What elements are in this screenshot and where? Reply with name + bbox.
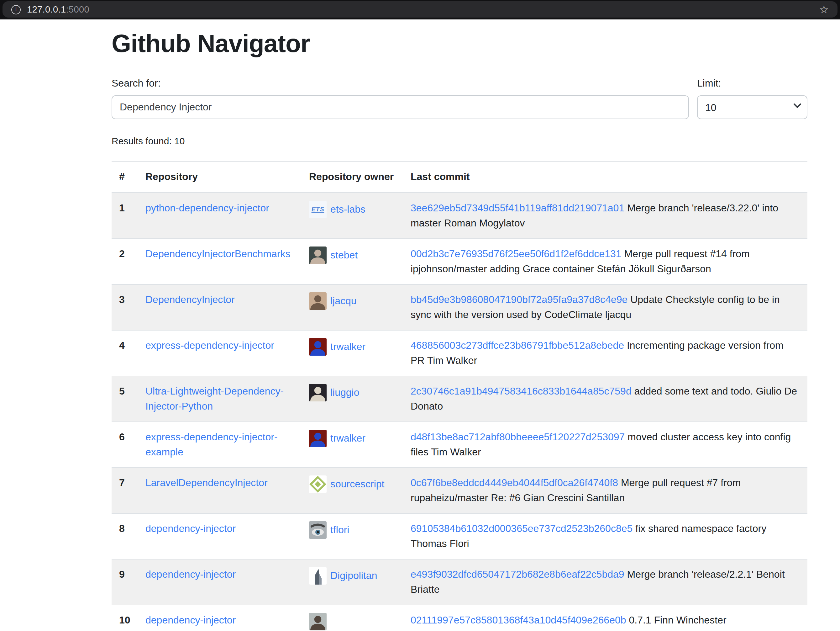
commit-hash-link[interactable]: bb45d9e3b98608047190bf72a95fa9a37d8c4e9e	[411, 294, 627, 305]
search-input[interactable]	[112, 95, 689, 119]
repo-link[interactable]: express-dependency-injector	[145, 340, 274, 350]
commit-hash-link[interactable]: 02111997e57c85801368f43a10d45f409e266e0b	[411, 614, 626, 625]
owner-avatar	[309, 338, 327, 355]
commit-hash-link[interactable]: 00d2b3c7e76935d76f25ee50f6d1f2ef6ddce131	[411, 248, 622, 259]
owner-avatar	[309, 292, 327, 310]
results-count: Results found: 10	[112, 134, 807, 148]
page-title: Github Navigator	[112, 28, 807, 59]
owner-cell: ljacqu	[309, 292, 396, 310]
row-number: 7	[112, 467, 138, 513]
owner-link[interactable]: sourcescript	[330, 476, 385, 492]
commit-cell: 02111997e57c85801368f43a10d45f409e266e0b…	[403, 605, 807, 631]
commit-hash-link[interactable]: e493f9032dfcd65047172b682e8b6eaf22c5bda9	[411, 569, 624, 579]
commit-hash-link[interactable]: 69105384b61032d000365ee737cd2523b260c8e5	[411, 523, 633, 533]
table-row: 4 express-dependency-injector trwalker 4…	[112, 330, 807, 376]
table-header-row: # Repository Repository owner Last commi…	[112, 161, 807, 192]
search-label: Search for:	[112, 76, 689, 91]
column-header-owner: Repository owner	[302, 161, 403, 192]
commit-cell: d48f13be8ac712abf80bbeeee5f120227d253097…	[403, 422, 807, 467]
owner-avatar	[309, 521, 327, 538]
commit-cell: e493f9032dfcd65047172b682e8b6eaf22c5bda9…	[403, 559, 807, 605]
table-row: 2 DependencyInjectorBenchmarks stebet 00…	[112, 238, 807, 284]
owner-cell: ETS ets-labs	[309, 201, 396, 218]
results-table: # Repository Repository owner Last commi…	[112, 161, 807, 631]
owner-cell: trwalker	[309, 429, 396, 447]
commit-hash-link[interactable]: 0c67f6be8eddcd4449eb4044f5df0ca26f4740f8	[411, 477, 618, 488]
url-port: :5000	[66, 5, 90, 14]
owner-cell: liuggio	[309, 384, 396, 401]
column-header-repository: Repository	[138, 161, 302, 192]
owner-cell: FinnWinchester	[309, 612, 396, 631]
owner-cell: Digipolitan	[309, 567, 396, 584]
owner-link[interactable]: ets-labs	[330, 202, 365, 217]
row-number: 10	[112, 605, 138, 631]
column-header-index: #	[112, 161, 138, 192]
owner-avatar	[309, 246, 327, 264]
commit-message: 0.7.1 Finn Winchester	[629, 614, 726, 625]
commit-cell: 468856003c273dffce23b86791fbbe512a8ebede…	[403, 330, 807, 376]
browser-url-bar[interactable]: i 127.0.0.1:5000 ☆	[3, 1, 837, 17]
url-section: i 127.0.0.1:5000	[11, 5, 819, 14]
row-number: 4	[112, 330, 138, 376]
page-content: Github Navigator Search for: Limit: 10 R…	[112, 28, 807, 631]
table-row: 1 python-dependency-injector ETS ets-lab…	[112, 192, 807, 238]
row-number: 3	[112, 284, 138, 330]
owner-link[interactable]: trwalker	[330, 339, 365, 354]
table-row: 5 Ultra-Lightweight-Dependency-Injector-…	[112, 376, 807, 422]
commit-cell: 00d2b3c7e76935d76f25ee50f6d1f2ef6ddce131…	[403, 238, 807, 284]
row-number: 8	[112, 513, 138, 559]
commit-hash-link[interactable]: 3ee629eb5d7349d55f41b119aff81dd219071a01	[411, 202, 624, 213]
owner-link[interactable]: Digipolitan	[330, 568, 377, 583]
url-text: 127.0.0.1:5000	[27, 5, 89, 14]
row-number: 6	[112, 422, 138, 467]
search-controls: Search for: Limit: 10	[112, 76, 807, 119]
repo-link[interactable]: DependencyInjectorBenchmarks	[145, 248, 290, 259]
table-row: 9 dependency-injector Digipolitan e493f9…	[112, 559, 807, 605]
app: i 127.0.0.1:5000 ☆ Github Navigator Sear…	[0, 0, 840, 631]
owner-cell: tflori	[309, 521, 396, 538]
row-number: 2	[112, 238, 138, 284]
browser-chrome: i 127.0.0.1:5000 ☆	[0, 0, 840, 19]
repo-link[interactable]: Ultra-Lightweight-Dependency-Injector-Py…	[145, 386, 284, 411]
commit-hash-link[interactable]: 468856003c273dffce23b86791fbbe512a8ebede	[411, 340, 624, 350]
owner-link[interactable]: liuggio	[330, 385, 360, 400]
table-row: 10 dependency-injector FinnWinchester 02…	[112, 605, 807, 631]
commit-cell: 69105384b61032d000365ee737cd2523b260c8e5…	[403, 513, 807, 559]
commit-hash-link[interactable]: 2c30746c1a91b4947583416c833b1644a85c759d	[411, 386, 632, 396]
row-number: 1	[112, 192, 138, 238]
owner-avatar	[309, 612, 327, 630]
owner-avatar	[309, 567, 327, 584]
owner-cell: trwalker	[309, 338, 396, 355]
table-row: 8 dependency-injector tflori 69105384b61…	[112, 513, 807, 559]
owner-cell: stebet	[309, 246, 396, 264]
owner-avatar	[309, 475, 327, 493]
repo-link[interactable]: LaravelDependencyInjector	[145, 477, 268, 488]
owner-link[interactable]: tflori	[330, 522, 349, 537]
row-number: 5	[112, 376, 138, 422]
repo-link[interactable]: dependency-injector	[145, 569, 236, 579]
info-icon[interactable]: i	[11, 5, 21, 14]
repo-link[interactable]: dependency-injector	[145, 523, 236, 533]
table-row: 6 express-dependency-injector-example tr…	[112, 422, 807, 467]
owner-link[interactable]: trwalker	[330, 430, 365, 446]
commit-cell: 3ee629eb5d7349d55f41b119aff81dd219071a01…	[403, 192, 807, 238]
repo-link[interactable]: express-dependency-injector-example	[145, 431, 278, 457]
table-row: 3 DependencyInjector ljacqu bb45d9e3b986…	[112, 284, 807, 330]
repo-link[interactable]: DependencyInjector	[145, 294, 235, 305]
row-number: 9	[112, 559, 138, 605]
owner-link[interactable]: ljacqu	[330, 293, 357, 308]
owner-avatar: ETS	[309, 201, 327, 218]
limit-select[interactable]: 10	[697, 95, 807, 119]
repo-link[interactable]: python-dependency-injector	[145, 202, 269, 213]
commit-cell: bb45d9e3b98608047190bf72a95fa9a37d8c4e9e…	[403, 284, 807, 330]
star-icon[interactable]: ☆	[819, 4, 829, 15]
repo-link[interactable]: dependency-injector	[145, 614, 236, 625]
owner-link[interactable]: stebet	[330, 247, 358, 263]
limit-label: Limit:	[697, 76, 807, 91]
owner-avatar	[309, 384, 327, 401]
commit-hash-link[interactable]: d48f13be8ac712abf80bbeeee5f120227d253097	[411, 431, 625, 442]
table-row: 7 LaravelDependencyInjector sourcescript…	[112, 467, 807, 513]
owner-cell: sourcescript	[309, 475, 396, 493]
commit-cell: 0c67f6be8eddcd4449eb4044f5df0ca26f4740f8…	[403, 467, 807, 513]
column-header-last-commit: Last commit	[403, 161, 807, 192]
